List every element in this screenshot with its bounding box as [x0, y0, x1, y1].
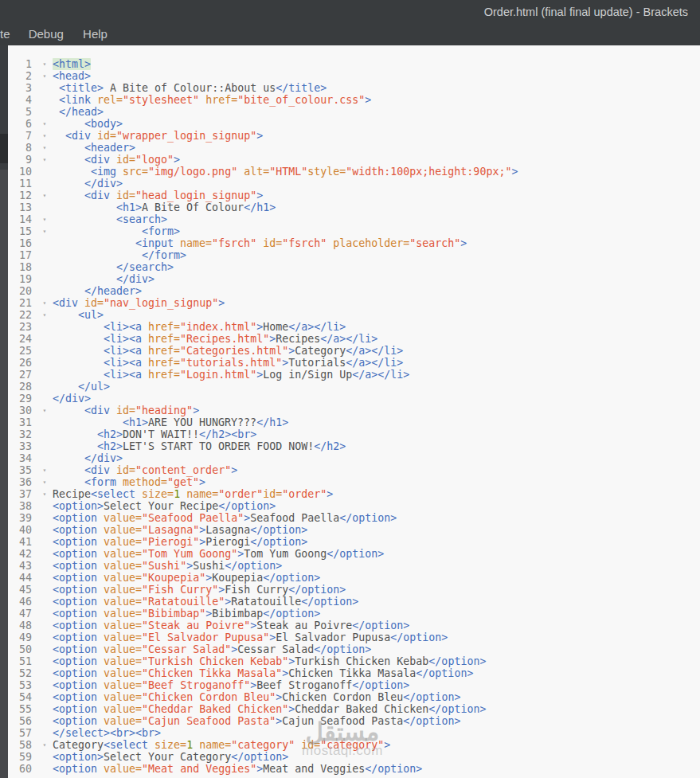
code-line[interactable]: 22▾<ul>: [8, 309, 700, 321]
code-line[interactable]: 25<li><a href="Categories.html">Category…: [8, 345, 700, 357]
code-line[interactable]: 13<h1>A Bite Of Colour</h1>: [8, 201, 700, 213]
code-line[interactable]: 11</div>: [8, 178, 700, 190]
code-line[interactable]: 21▾<div id="nav_login_signup">: [8, 297, 700, 309]
code-line[interactable]: 37▾Recipe<select size=1 name="order"id="…: [8, 488, 700, 500]
code-line[interactable]: 51<option value="Turkish Chicken Kebab">…: [8, 655, 700, 667]
code-text: <option value="Chicken Cordon Bleu">Chic…: [51, 691, 460, 703]
code-line[interactable]: 1▾<html>: [8, 58, 700, 70]
code-line[interactable]: 26<li><a href="tutorials.html">Tutorials…: [8, 357, 700, 369]
code-line[interactable]: 53<option value="Beef Stroganoff">Beef S…: [8, 679, 700, 691]
code-line[interactable]: 29</div>: [8, 393, 700, 405]
code-line[interactable]: 14▾<search>: [8, 213, 700, 225]
code-line[interactable]: 10<img src="img/logo.png" alt="HTML"styl…: [8, 166, 700, 178]
code-line[interactable]: 44<option value="Koupepia">Koupepia</opt…: [8, 572, 700, 584]
code-text: Category<select size=1 name="category" i…: [51, 739, 390, 751]
code-line[interactable]: 56<option value="Cajun Seafood Pasta">Ca…: [8, 715, 700, 727]
fold-arrow-icon[interactable]: ▾: [38, 213, 51, 225]
code-line[interactable]: 20</header>: [8, 285, 700, 297]
line-number: 38: [8, 500, 32, 512]
code-line[interactable]: 34</div>: [8, 452, 700, 464]
code-line[interactable]: 18</search>: [8, 261, 700, 273]
code-line[interactable]: 54<option value="Chicken Cordon Bleu">Ch…: [8, 691, 700, 703]
code-line[interactable]: 7▾<div id="wrapper_login_signup">: [8, 130, 700, 142]
code-line[interactable]: 42<option value="Tom Yum Goong">Tom Yum …: [8, 548, 700, 560]
fold-arrow-icon[interactable]: ▾: [38, 154, 51, 166]
sidebar-edge-top: [0, 45, 8, 134]
code-line[interactable]: 57</select><br><br>: [8, 727, 700, 739]
code-line[interactable]: 19</div>: [8, 273, 700, 285]
fold-arrow-icon[interactable]: ▾: [38, 225, 51, 237]
code-line[interactable]: 9▾<div id="logo">: [8, 154, 700, 166]
fold-arrow-icon[interactable]: ▾: [38, 58, 51, 70]
code-line[interactable]: 31<h1>ARE YOU HUNGRY???</h1>: [8, 416, 700, 428]
code-line[interactable]: 45<option value="Fish Curry">Fish Curry<…: [8, 584, 700, 596]
code-line[interactable]: 38<option>Select Your Recipe</option>: [8, 500, 700, 512]
fold-arrow-icon[interactable]: ▾: [38, 70, 51, 82]
code-line[interactable]: 17</form>: [8, 249, 700, 261]
sidebar-edge-active-segment: [0, 134, 8, 163]
code-line[interactable]: 43<option value="Sushi">Sushi</option>: [8, 560, 700, 572]
code-line[interactable]: 35▾<div id="content_order">: [8, 464, 700, 476]
code-text: </header>: [51, 285, 142, 297]
code-line[interactable]: 27<li><a href="Login.html">Log in/Sign U…: [8, 369, 700, 381]
window-titlebar[interactable]: Order.html (final final update) - Bracke…: [0, 0, 700, 22]
menu-item-debug[interactable]: Debug: [29, 27, 64, 41]
code-line[interactable]: 33<h2>LET'S START TO ORDER FOOD NOW!</h2…: [8, 440, 700, 452]
code-line[interactable]: 36▾<form method="get">: [8, 476, 700, 488]
code-line[interactable]: 58▾Category<select size=1 name="category…: [8, 739, 700, 751]
code-text: <body>: [51, 118, 123, 130]
code-line[interactable]: 8▾<header>: [8, 142, 700, 154]
code-line[interactable]: 40<option value="Lasagna">Lasagna</optio…: [8, 524, 700, 536]
line-number: 44: [8, 572, 32, 584]
code-line[interactable]: 30▾<div id="heading">: [8, 405, 700, 416]
code-line[interactable]: 32<h2>DON'T WAIT!!</h2><br>: [8, 428, 700, 440]
collapsed-sidebar-edge[interactable]: [0, 45, 8, 778]
code-line[interactable]: 59<option>Select Your Category</option>: [8, 751, 700, 763]
fold-arrow-icon[interactable]: ▾: [38, 297, 51, 309]
code-line[interactable]: 3<title> A Bite of Colour::About us</tit…: [8, 82, 700, 94]
code-line[interactable]: 16<input name="fsrch" id="fsrch" placeho…: [8, 237, 700, 249]
menu-item-navigate-partial[interactable]: te: [0, 27, 10, 41]
code-text: <h1>ARE YOU HUNGRY???</h1>: [51, 416, 288, 428]
code-line[interactable]: 28</ul>: [8, 381, 700, 393]
code-line[interactable]: 55<option value="Cheddar Baked Chicken">…: [8, 703, 700, 715]
code-line[interactable]: 41<option value="Pierogi">Pierogi</optio…: [8, 536, 700, 548]
code-line[interactable]: 49<option value="El Salvador Pupusa">El …: [8, 631, 700, 643]
code-line[interactable]: 15▾<form>: [8, 225, 700, 237]
menu-item-help[interactable]: Help: [83, 27, 108, 41]
code-line[interactable]: 50<option value="Cessar Salad">Cessar Sa…: [8, 643, 700, 655]
code-line[interactable]: 23<li><a href="index.html">Home</a></li>: [8, 321, 700, 333]
code-line[interactable]: 39<option value="Seafood Paella">Seafood…: [8, 512, 700, 524]
fold-arrow-icon[interactable]: ▾: [38, 130, 51, 142]
code-line[interactable]: 12▾<div id="head_login_signup">: [8, 190, 700, 201]
code-line[interactable]: 48<option value="Steak au Poivre">Steak …: [8, 620, 700, 631]
line-number: 30: [8, 405, 32, 416]
line-number: 19: [8, 273, 32, 285]
fold-arrow-icon[interactable]: ▾: [38, 464, 51, 476]
code-line[interactable]: 2▾<head>: [8, 70, 700, 82]
code-line[interactable]: 24<li><a href="Recipes.html">Recipes</a>…: [8, 333, 700, 345]
code-line[interactable]: 6▾<body>: [8, 118, 700, 130]
fold-arrow-icon[interactable]: ▾: [38, 309, 51, 321]
code-line[interactable]: 52<option value="Chicken Tikka Masala">C…: [8, 667, 700, 679]
fold-arrow-icon[interactable]: ▾: [38, 488, 51, 500]
code-text: <form method="get">: [51, 476, 205, 488]
code-line[interactable]: 5</head>: [8, 106, 700, 118]
fold-arrow-icon[interactable]: ▾: [38, 190, 51, 201]
code-line[interactable]: 46<option value="Ratatouille">Ratatouill…: [8, 596, 700, 608]
code-text: <option value="Tom Yum Goong">Tom Yum Go…: [51, 548, 384, 560]
fold-arrow-icon[interactable]: ▾: [38, 118, 51, 130]
code-line[interactable]: 47<option value="Bibimbap">Bibimbap</opt…: [8, 608, 700, 620]
line-number: 17: [8, 249, 32, 261]
code-line[interactable]: 60<option value="Meat and Veggies">Meat …: [8, 763, 700, 775]
code-line[interactable]: 4<link rel="stylesheet" href="bite_of_co…: [8, 94, 700, 106]
fold-arrow-icon[interactable]: ▾: [38, 142, 51, 154]
code-text: <option value="Cajun Seafood Pasta">Caju…: [51, 715, 460, 727]
code-lines[interactable]: 1▾<html>2▾<head>3<title> A Bite of Colou…: [8, 45, 700, 775]
fold-arrow-icon[interactable]: ▾: [38, 476, 51, 488]
code-editor[interactable]: 1▾<html>2▾<head>3<title> A Bite of Colou…: [8, 45, 700, 778]
fold-arrow-icon[interactable]: ▾: [38, 405, 51, 416]
fold-arrow-icon[interactable]: ▾: [38, 739, 51, 751]
code-text: <option>Select Your Recipe</option>: [51, 500, 276, 512]
code-text: <h1>A Bite Of Colour</h1>: [51, 201, 276, 213]
